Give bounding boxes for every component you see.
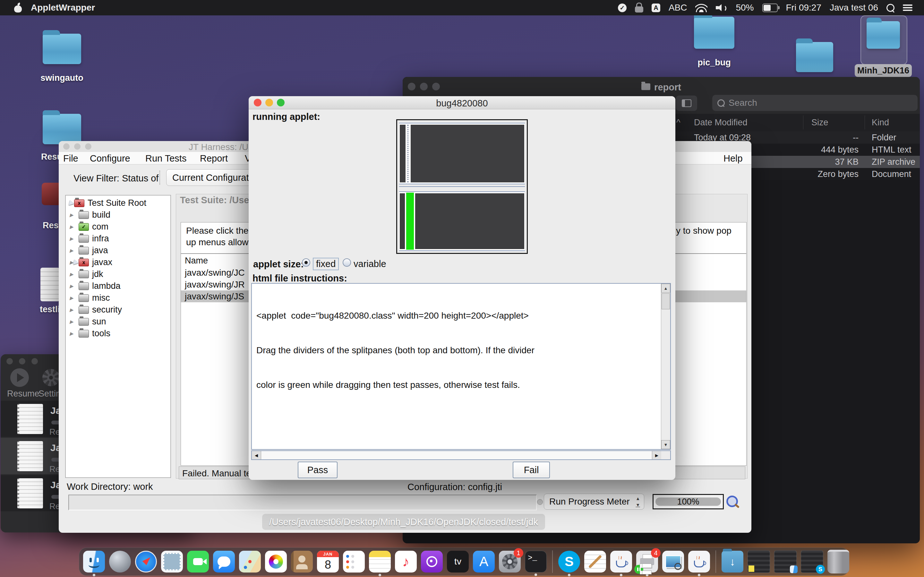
dock-minimized-window-1[interactable] <box>748 550 770 573</box>
minimize-icon[interactable] <box>74 143 81 150</box>
dock-icon-printer[interactable]: 4 <box>636 551 658 572</box>
tree-item-java[interactable]: java <box>66 245 170 256</box>
dock-icon-facetime[interactable] <box>187 551 209 572</box>
tree-item-jdk[interactable]: jdk <box>66 268 170 280</box>
dock-icon-app-store[interactable]: A <box>473 551 495 572</box>
tree-item-misc[interactable]: misc <box>66 292 170 304</box>
dock-minimized-window-2[interactable] <box>774 550 796 573</box>
menubar-account[interactable]: Java test 06 <box>830 3 878 13</box>
close-icon[interactable] <box>63 143 69 150</box>
chevron-right-icon[interactable] <box>69 271 75 277</box>
desktop-label-swingauto[interactable]: swingauto <box>23 73 100 83</box>
dock-icon-notes[interactable] <box>369 551 391 572</box>
volume-icon[interactable] <box>716 3 727 12</box>
dock-icon-finder[interactable] <box>83 551 105 572</box>
dock-icon-tv[interactable]: tv <box>447 551 469 572</box>
desktop-folder-resu[interactable] <box>43 114 81 144</box>
scroll-right-icon[interactable] <box>652 451 661 459</box>
status-field[interactable] <box>68 495 537 510</box>
dock-icon-java-2[interactable]: ~ <box>688 551 710 572</box>
menu-file[interactable]: File <box>63 153 78 164</box>
list-header-name[interactable]: Name <box>185 256 208 266</box>
desktop-label-res[interactable]: Res <box>43 221 59 230</box>
dock-icon-system-preferences[interactable]: 1 <box>499 551 521 572</box>
column-kind[interactable]: Kind <box>872 118 889 127</box>
toolbar-sidebar-button[interactable] <box>676 95 697 111</box>
dock-icon-safari[interactable] <box>135 551 157 572</box>
chevron-right-icon[interactable] <box>69 212 75 218</box>
splitpane-divider[interactable] <box>407 125 409 182</box>
column-size[interactable]: Size <box>811 118 829 127</box>
dock-minimized-window-3[interactable]: S <box>801 550 823 573</box>
checkmark-circle-icon[interactable] <box>618 3 627 12</box>
fail-button[interactable]: Fail <box>513 462 550 478</box>
desktop-folder-minh[interactable] <box>867 21 900 49</box>
desktop-folder-unnamed[interactable] <box>796 42 833 72</box>
dock-icon-calendar[interactable]: JAN 8 <box>317 551 339 572</box>
dock-icon-preview[interactable] <box>662 551 684 572</box>
settings-button[interactable] <box>42 369 60 386</box>
desktop-label-testli[interactable]: testli <box>40 305 60 314</box>
dock-icon-maps[interactable] <box>239 551 261 572</box>
battery-icon[interactable] <box>762 3 778 12</box>
desktop-folder-picbug[interactable] <box>694 17 734 49</box>
menu-help[interactable]: Help <box>724 153 743 164</box>
radio-fixed-label[interactable]: fixed <box>313 258 339 270</box>
menubar-clock[interactable]: Fri 09:27 <box>786 3 822 13</box>
tree-item-build[interactable]: build <box>66 209 170 221</box>
dock-icon-reminders[interactable] <box>343 551 365 572</box>
desktop-folder-swingauto[interactable] <box>43 34 81 64</box>
minimize-icon[interactable] <box>19 358 25 364</box>
tree-item-lambda[interactable]: lambda <box>66 280 170 292</box>
dock-icon-skype[interactable]: S <box>558 551 580 572</box>
input-source-label[interactable]: ABC <box>669 3 687 13</box>
chevron-right-icon[interactable] <box>69 236 75 242</box>
resume-button[interactable] <box>10 368 29 387</box>
desktop-label-minh[interactable]: Minh_JDK16 <box>855 64 912 77</box>
desktop-document-icon[interactable] <box>40 268 60 301</box>
chevron-right-icon[interactable] <box>69 248 75 253</box>
instructions-textarea[interactable]: <applet code="bug4820080.class" width=20… <box>251 283 671 450</box>
dock-icon-downloads[interactable]: ↓ <box>722 551 743 572</box>
scroll-down-icon[interactable] <box>661 440 670 449</box>
input-source-icon[interactable]: A <box>652 3 660 12</box>
radio-variable-label[interactable]: variable <box>354 259 386 269</box>
tree-item-infra[interactable]: infra <box>66 233 170 245</box>
tree-item-javax[interactable]: javax <box>66 256 170 268</box>
chevron-right-icon[interactable] <box>69 284 75 289</box>
desktop-label-picbug[interactable]: pic_bug <box>676 58 753 68</box>
dock-icon-photos[interactable] <box>265 551 287 572</box>
horizontal-scrollbar[interactable] <box>251 450 671 460</box>
scroll-left-icon[interactable] <box>252 451 261 459</box>
dock-icon-terminal[interactable]: >_ <box>525 551 547 572</box>
tree-item-com[interactable]: com <box>66 221 170 233</box>
dock-icon-launchpad[interactable] <box>109 551 131 572</box>
column-divider[interactable] <box>803 115 803 129</box>
finder-search-field[interactable]: Search <box>712 95 918 111</box>
menu-configure[interactable]: Configure <box>90 153 130 164</box>
scroll-up-icon[interactable] <box>661 284 670 293</box>
chevron-right-icon[interactable] <box>69 319 75 325</box>
sort-indicator[interactable]: ^ <box>676 118 680 127</box>
tree-item-sun[interactable]: sun <box>66 316 170 327</box>
dock-icon-messages[interactable] <box>213 551 235 572</box>
spotlight-search-icon[interactable] <box>887 4 895 12</box>
radio-fixed[interactable] <box>302 258 310 267</box>
column-date-modified[interactable]: Date Modified <box>694 118 748 127</box>
wifi-icon[interactable] <box>695 3 708 12</box>
menu-run-tests[interactable]: Run Tests <box>145 153 186 164</box>
dock-icon-textedit[interactable] <box>584 551 606 572</box>
scrollbar-thumb[interactable] <box>662 293 670 309</box>
dock-icon-trash[interactable] <box>827 550 849 574</box>
dock-icon-mail[interactable] <box>161 551 183 572</box>
splitpane-divider-green[interactable] <box>406 193 414 250</box>
dock-icon-podcasts[interactable] <box>421 551 443 572</box>
zoom-icon[interactable] <box>31 358 38 364</box>
magnifier-icon[interactable] <box>726 496 738 507</box>
lock-icon[interactable] <box>635 6 643 13</box>
vertical-scrollbar[interactable] <box>661 284 670 449</box>
radio-variable[interactable] <box>342 258 351 267</box>
path-bar[interactable]: /Users/javatest06/Desktop/Minh_JDK16/Ope… <box>262 514 545 530</box>
app-menu-title[interactable]: AppletWrapper <box>31 3 95 13</box>
tree-item-tools[interactable]: tools <box>66 327 170 340</box>
